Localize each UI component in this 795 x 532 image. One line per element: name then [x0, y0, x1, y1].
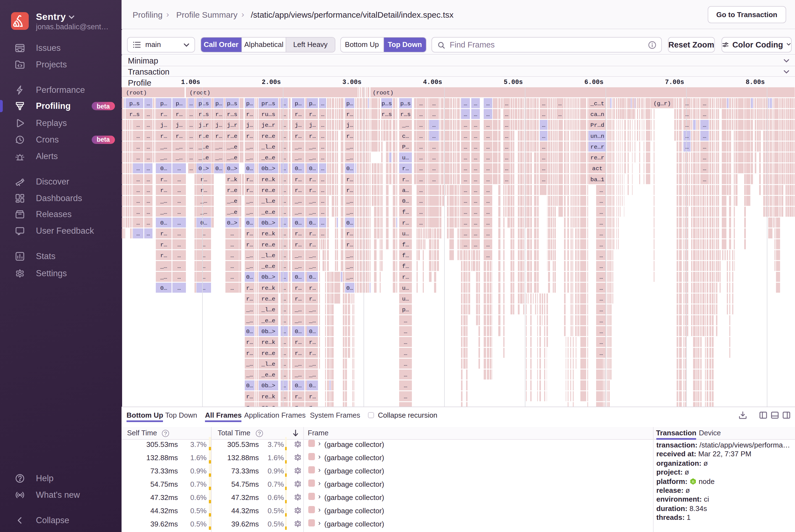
svg-text:r…: r…	[295, 404, 302, 406]
svg-text:r…: r…	[295, 394, 302, 400]
svg-text:…: …	[474, 242, 477, 248]
svg-text:r…: r…	[176, 133, 183, 139]
svg-text:_…: _…	[160, 155, 167, 161]
svg-text:r…: r…	[160, 252, 167, 259]
svg-text:_l…e: _l…e	[261, 361, 275, 367]
svg-text:j…r: j…r	[227, 122, 238, 129]
svg-text:_…: _…	[295, 263, 302, 270]
svg-text:r…: r…	[309, 187, 316, 194]
svg-text:_…: _…	[175, 144, 183, 150]
svg-text:…: …	[404, 328, 408, 335]
svg-text:…: …	[486, 176, 490, 183]
svg-text:…: …	[703, 166, 706, 172]
svg-text:…: …	[703, 176, 706, 183]
svg-text:un…n: un…n	[590, 133, 604, 139]
svg-text:r…: r…	[246, 350, 253, 357]
svg-text:0…: 0…	[215, 166, 222, 172]
svg-text:p…s: p…s	[400, 100, 411, 107]
svg-text:…: …	[230, 263, 234, 270]
svg-text:re…k: re…k	[261, 231, 275, 237]
svg-text:…: …	[486, 220, 490, 226]
svg-text:…: …	[404, 361, 408, 367]
svg-text:r…: r…	[309, 133, 316, 139]
svg-text:r…: r…	[295, 176, 302, 183]
svg-text:…: …	[419, 209, 423, 215]
svg-text:0…: 0…	[295, 383, 302, 389]
svg-text:r…: r…	[309, 339, 316, 345]
svg-text:p…s: p…s	[198, 100, 209, 107]
svg-text:…: …	[419, 144, 423, 150]
svg-text:…: …	[685, 133, 689, 139]
svg-text:r…s: r…s	[227, 111, 238, 118]
svg-text:…: …	[230, 242, 234, 248]
svg-text:r…: r…	[309, 176, 316, 183]
svg-text:…: …	[136, 176, 140, 183]
svg-text:r…: r…	[346, 111, 353, 118]
svg-text:r…s: r…s	[381, 111, 392, 118]
svg-text:…: …	[486, 133, 490, 139]
svg-text:re…e: re…e	[261, 187, 275, 194]
svg-text:r…: r…	[346, 231, 353, 237]
svg-text:_…: _…	[346, 209, 353, 215]
svg-text:…: …	[542, 133, 546, 139]
svg-text:_…: _…	[246, 318, 253, 324]
svg-text:f…: f…	[402, 242, 409, 248]
svg-text:act: act	[592, 166, 603, 172]
svg-text:…: …	[542, 122, 546, 129]
svg-text:ca…n: ca…n	[590, 111, 604, 118]
svg-text:r…: r…	[346, 242, 353, 248]
svg-text:…: …	[321, 155, 325, 161]
svg-text:_l…e: _l…e	[261, 144, 275, 150]
svg-text:r…: r…	[309, 285, 316, 291]
svg-text:…: …	[136, 166, 140, 172]
svg-text:…: …	[703, 100, 706, 107]
svg-text:(root): (root)	[373, 90, 394, 96]
svg-text:re…r: re…r	[590, 144, 604, 150]
svg-text:…: …	[486, 155, 490, 161]
svg-text:r…: r…	[246, 231, 253, 237]
svg-text:…: …	[147, 144, 150, 150]
svg-text:…: …	[486, 122, 490, 129]
svg-text:…: …	[474, 198, 477, 204]
svg-text:r…e: r…e	[227, 187, 238, 194]
svg-text:r…: r…	[246, 242, 253, 248]
svg-text:…: …	[600, 350, 603, 357]
svg-text:r…: r…	[309, 404, 316, 406]
svg-text:…: …	[474, 155, 477, 161]
svg-text:re…e: re…e	[261, 242, 275, 248]
svg-text:pr…s: pr…s	[261, 100, 275, 107]
svg-text:p…: p…	[402, 307, 409, 313]
svg-text:…: …	[600, 285, 603, 291]
svg-text:…: …	[419, 176, 423, 183]
svg-text:…: …	[404, 318, 408, 324]
svg-text:r…: r…	[295, 285, 302, 291]
svg-text:…: …	[419, 111, 423, 118]
svg-text:…: …	[505, 111, 509, 118]
svg-text:…: …	[189, 144, 193, 150]
svg-text:_…e: _…e	[227, 209, 238, 215]
svg-text:re…r: re…r	[590, 155, 604, 161]
svg-text:r…: r…	[402, 166, 409, 172]
svg-text:r…: r…	[402, 220, 409, 226]
svg-text:(g…r): (g…r)	[653, 100, 671, 107]
svg-text:_e…e: _e…e	[261, 263, 275, 270]
svg-text:…: …	[505, 176, 509, 183]
svg-text:f…: f…	[402, 252, 409, 259]
svg-text:…: …	[464, 111, 467, 118]
svg-text:_…e: _…e	[227, 198, 238, 204]
svg-text:_…e: _…e	[227, 155, 238, 161]
svg-text:0…: 0…	[309, 274, 316, 280]
svg-text:…: …	[321, 100, 325, 107]
svg-text:…: …	[177, 274, 181, 280]
svg-text:re…k: re…k	[261, 285, 275, 291]
svg-text:…: …	[486, 231, 490, 237]
svg-text:…: …	[419, 166, 423, 172]
svg-text:…: …	[505, 133, 509, 139]
svg-text:0…: 0…	[309, 383, 316, 389]
svg-text:p…: p…	[346, 100, 353, 107]
svg-text:0…: 0…	[246, 274, 253, 280]
svg-text:_l…e: _l…e	[261, 307, 275, 313]
svg-text:…: …	[404, 372, 408, 378]
svg-text:0…: 0…	[246, 220, 253, 226]
svg-text:…: …	[600, 242, 603, 248]
